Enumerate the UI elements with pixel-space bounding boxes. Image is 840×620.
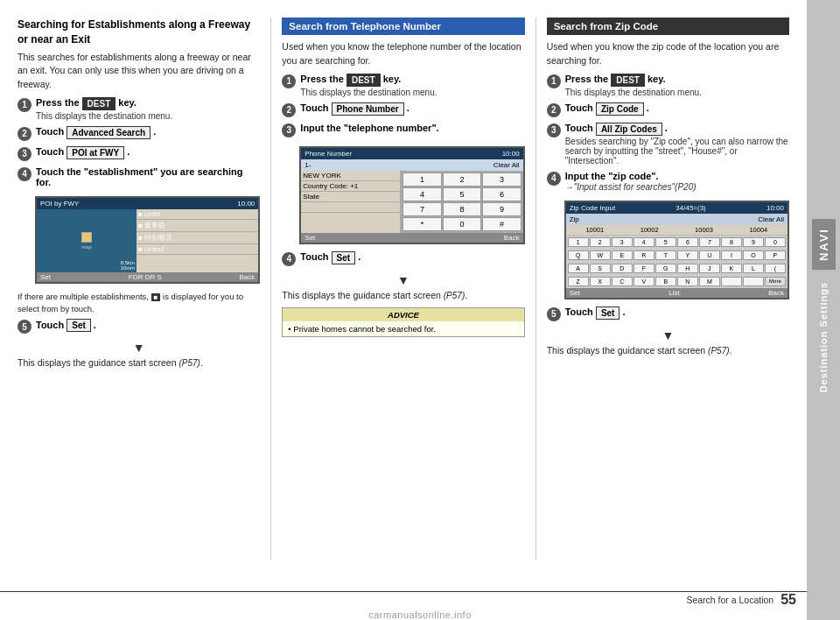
col3-step1: 1 Press the DEST key. This displays the …	[547, 74, 789, 97]
advice-body: • Private homes cannot be searched for.	[283, 321, 523, 336]
col3-clear-all[interactable]: Clear All	[758, 215, 784, 223]
key-I[interactable]: I	[721, 250, 742, 260]
dest-btn-col2[interactable]: DEST	[346, 74, 381, 87]
key-G[interactable]: G	[655, 264, 676, 273]
col1-step1-content: Press the DEST key. This displays the de…	[36, 97, 260, 121]
col1-end-note: This displays the guidance start screen …	[18, 356, 260, 370]
col1-set-btn[interactable]: Set	[66, 319, 91, 332]
advanced-search-btn[interactable]: Advanced Search	[66, 126, 150, 139]
key-hash[interactable]: #	[482, 217, 521, 231]
col1-scale: 8.5km10min	[121, 260, 135, 271]
key-S[interactable]: S	[590, 264, 611, 273]
dest-btn-col3[interactable]: DEST	[611, 74, 645, 87]
col1-footer-set[interactable]: Set	[40, 273, 51, 281]
col3-intro: Used when you know the zip code of the l…	[547, 40, 789, 68]
key-3[interactable]: 3	[482, 173, 521, 187]
col3-arrow: ▼	[547, 328, 789, 342]
col3-header: Search from Zip Code	[547, 18, 789, 35]
key-L[interactable]: L	[743, 264, 764, 273]
key-Z[interactable]: Z	[568, 277, 589, 286]
key-6[interactable]: 6	[482, 187, 521, 201]
col1-list-row2: ■ 食事処	[136, 220, 258, 232]
key-q[interactable]: 1	[568, 237, 589, 247]
col3-step2: 2 Touch Zip Code .	[547, 102, 789, 117]
col1-screen-header: POI by FWY 10:00	[37, 198, 258, 209]
keyboard-row1: 1 2 3 4 5 6 7 8 9 0	[566, 236, 788, 249]
key-o[interactable]: 9	[743, 237, 764, 247]
key-O[interactable]: O	[743, 250, 764, 260]
key-2[interactable]: 2	[443, 173, 481, 187]
col1-footer-back[interactable]: Back	[240, 273, 256, 281]
key-u[interactable]: 7	[699, 237, 720, 247]
col3-step4-sub: →"Input assist for searches"(P20)	[565, 182, 789, 192]
col3-footer-list[interactable]: List	[668, 289, 679, 297]
col2-clear-all[interactable]: Clear All	[494, 161, 520, 169]
key-e[interactable]: 3	[612, 237, 633, 247]
key-M[interactable]: M	[699, 277, 720, 286]
dest-btn-1[interactable]: DEST	[82, 97, 116, 110]
key-r[interactable]: 4	[634, 237, 654, 247]
key-5[interactable]: 5	[443, 187, 481, 201]
key-H[interactable]: H	[677, 264, 698, 273]
key-E[interactable]: E	[612, 250, 633, 260]
zip-code-btn[interactable]: Zip Code	[596, 102, 644, 116]
col1-intro: This searches for establishments along a…	[18, 51, 260, 92]
col1-step4-bold: Touch the "establishment" you are search…	[36, 166, 242, 187]
col3-footer-back[interactable]: Back	[768, 289, 784, 297]
key-w[interactable]: 2	[590, 237, 611, 247]
key-U[interactable]: U	[699, 250, 720, 260]
col3-screen-header: Zip Code Input 34/45=(3) 10:00	[566, 202, 788, 214]
key-i[interactable]: 8	[721, 237, 742, 247]
col2-footer-back[interactable]: Back	[504, 234, 520, 242]
key-J[interactable]: J	[699, 264, 720, 273]
key-Q[interactable]: Q	[568, 250, 589, 260]
key-0[interactable]: 0	[443, 217, 481, 231]
col2-label-row3: State	[301, 192, 400, 202]
key-p[interactable]: 0	[765, 237, 786, 247]
key-N[interactable]: N	[677, 277, 698, 286]
col2: Search from Telephone Number Used when y…	[282, 18, 524, 560]
side-tab-navi: NAVI	[812, 219, 836, 270]
key-P[interactable]: P	[765, 250, 786, 260]
col2-set-btn[interactable]: Set	[332, 251, 356, 264]
key-T[interactable]: T	[655, 250, 676, 260]
key-X[interactable]: X	[590, 277, 611, 286]
key-A[interactable]: A	[568, 264, 589, 273]
key-D[interactable]: D	[612, 264, 633, 273]
all-zip-codes-btn[interactable]: All Zip Codes	[596, 123, 662, 136]
key-K[interactable]: K	[721, 264, 742, 273]
key-star[interactable]: *	[402, 217, 441, 231]
key-R[interactable]: R	[634, 250, 654, 260]
key-paren[interactable]: (	[765, 264, 786, 273]
key-Y[interactable]: Y	[677, 250, 698, 260]
col3-input-value[interactable]: Zip	[570, 215, 579, 223]
col1-step5-content: Touch Set .	[36, 319, 260, 332]
col2-header-text: Search from Telephone Number	[289, 21, 441, 32]
col3-step4-num: 4	[547, 172, 561, 186]
col1: Searching for Establishments along a Fre…	[18, 18, 260, 560]
phone-number-btn[interactable]: Phone Number	[332, 102, 404, 116]
col3-set-btn[interactable]: Set	[596, 306, 620, 320]
col2-input-value[interactable]: 1-	[304, 161, 311, 169]
key-V[interactable]: V	[634, 277, 654, 286]
col1-list-area: ■ Units ■ 食事処 ■ 特別商店 ■ Units2	[136, 209, 258, 272]
key-9[interactable]: 9	[482, 202, 521, 216]
key-y[interactable]: 6	[677, 237, 698, 247]
key-8[interactable]: 8	[443, 202, 481, 216]
col1-block-icon: ■	[151, 293, 161, 301]
key-4[interactable]: 4	[402, 187, 441, 201]
col2-step4-content: Touch Set .	[300, 251, 524, 264]
col3-footer-set[interactable]: Set	[570, 289, 580, 297]
col1-step1-sub: This displays the destination menu.	[36, 111, 260, 121]
key-B[interactable]: B	[655, 277, 676, 286]
key-t[interactable]: 5	[655, 237, 676, 247]
key-more[interactable]: More	[765, 277, 786, 286]
key-C[interactable]: C	[612, 277, 633, 286]
key-F[interactable]: F	[634, 264, 654, 273]
key-7[interactable]: 7	[402, 202, 441, 216]
col2-footer-set[interactable]: Set	[304, 234, 315, 242]
side-tab: NAVI Destination Settings	[807, 0, 840, 620]
key-1[interactable]: 1	[402, 173, 441, 187]
key-W[interactable]: W	[590, 250, 611, 260]
poi-fwy-btn[interactable]: POI at FWY	[66, 146, 124, 159]
